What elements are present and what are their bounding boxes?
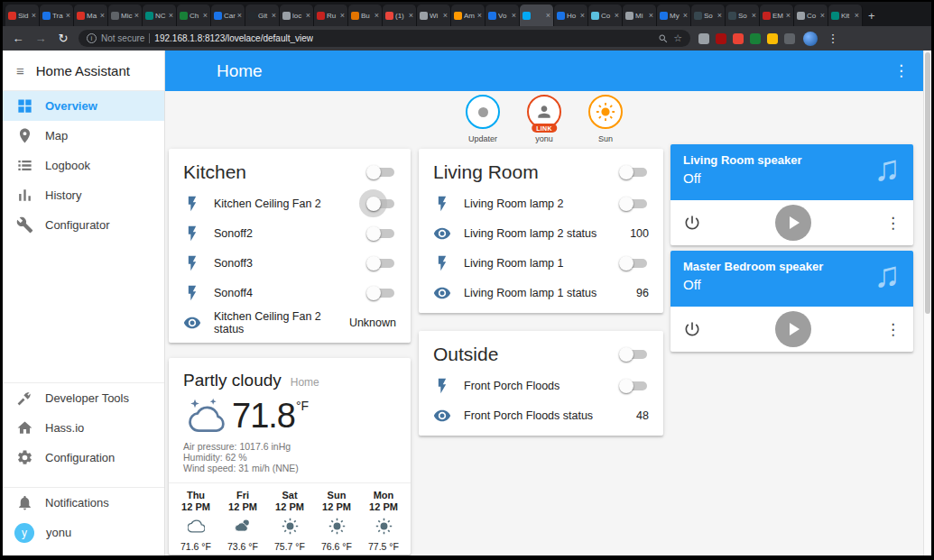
card-weather[interactable]: Partly cloudy Home 71.8 °F Air pressu — [169, 358, 411, 555]
sidebar-item-logbook[interactable]: Logbook — [3, 151, 164, 180]
group-toggle[interactable] — [366, 163, 396, 181]
browser-menu-icon[interactable]: ⋮ — [826, 32, 840, 44]
extension-icon[interactable] — [767, 33, 778, 44]
tab-close-icon[interactable] — [820, 12, 825, 20]
tab-close-icon[interactable] — [272, 12, 276, 20]
extension-icon[interactable] — [733, 33, 744, 44]
browser-tab[interactable]: NC — [143, 5, 177, 26]
tab-close-icon[interactable] — [512, 12, 516, 20]
page-scrollbar[interactable] — [923, 50, 931, 555]
tab-close-icon[interactable] — [443, 12, 448, 20]
entity-name[interactable]: Living Room lamp 1 status — [464, 287, 636, 299]
browser-tab[interactable] — [520, 5, 554, 26]
group-toggle[interactable] — [619, 345, 649, 363]
entity-toggle[interactable] — [366, 195, 396, 213]
browser-tab[interactable]: Car — [211, 5, 245, 26]
tab-close-icon[interactable] — [409, 12, 413, 20]
tab-close-icon[interactable] — [477, 12, 482, 20]
browser-tab[interactable]: Kit — [828, 5, 863, 26]
browser-tab[interactable]: Co — [588, 5, 623, 26]
sidebar-toggle-icon[interactable]: ≡ — [16, 63, 24, 78]
scrollbar-thumb[interactable] — [925, 52, 930, 314]
tab-close-icon[interactable] — [134, 12, 139, 20]
tab-close-icon[interactable] — [717, 12, 722, 20]
tab-close-icon[interactable] — [649, 12, 653, 20]
media-player-header[interactable]: Living Room speaker Off ♫ — [670, 144, 913, 200]
url-bar[interactable]: Not secure 192.168.1.8:8123/lovelace/def… — [79, 30, 690, 47]
entity-name[interactable]: Kitchen Ceiling Fan 2 — [214, 197, 366, 210]
extension-icon[interactable] — [784, 33, 795, 44]
site-info-icon[interactable] — [87, 33, 97, 43]
tab-close-icon[interactable] — [169, 12, 173, 20]
tab-close-icon[interactable] — [237, 12, 242, 20]
badge-person[interactable]: LINK yonu — [519, 95, 569, 143]
media-player-header[interactable]: Master Bedroom speaker Off ♫ — [670, 251, 913, 307]
entity-name[interactable]: Kitchen Ceiling Fan 2 status — [214, 310, 349, 335]
browser-tab[interactable]: Git — [245, 5, 280, 26]
entity-toggle[interactable] — [619, 377, 649, 395]
sidebar-item-history[interactable]: History — [3, 180, 164, 210]
tab-close-icon[interactable] — [100, 12, 105, 20]
tab-close-icon[interactable] — [546, 12, 550, 20]
browser-tab[interactable]: Tra — [40, 5, 74, 26]
browser-tab[interactable]: My — [657, 5, 691, 26]
browser-tab[interactable]: Am — [451, 5, 485, 26]
profile-avatar[interactable] — [803, 32, 818, 46]
overflow-menu-icon[interactable]: ⋮ — [893, 61, 909, 80]
entity-name[interactable]: Sonoff2 — [214, 227, 366, 240]
entity-toggle[interactable] — [619, 195, 649, 213]
browser-tab[interactable]: EM — [760, 5, 794, 26]
forward-button[interactable]: → — [33, 32, 48, 44]
sidebar-item-developer-tools[interactable]: Developer Tools — [3, 383, 164, 413]
reload-button[interactable]: ↻ — [56, 32, 70, 44]
tab-close-icon[interactable] — [580, 12, 585, 20]
media-menu-icon[interactable]: ⋮ — [885, 214, 901, 233]
sidebar-item-overview[interactable]: Overview — [3, 91, 164, 121]
sidebar-item-map[interactable]: Map — [3, 121, 164, 151]
extension-icon[interactable] — [750, 33, 761, 44]
entity-name[interactable]: Front Porch Floods — [464, 380, 619, 392]
tab-close-icon[interactable] — [32, 12, 36, 20]
tab-close-icon[interactable] — [340, 12, 345, 20]
sidebar-item-user[interactable]: y yonu — [3, 518, 164, 547]
browser-tab[interactable]: Ho — [554, 5, 588, 26]
badge-sun[interactable]: Sun — [580, 95, 631, 143]
entity-name[interactable]: Living Room lamp 1 — [464, 257, 619, 270]
entity-toggle[interactable] — [366, 225, 396, 243]
entity-name[interactable]: Front Porch Floods status — [464, 409, 636, 422]
extension-icon[interactable] — [716, 33, 726, 44]
entity-toggle[interactable] — [366, 254, 396, 272]
tab-close-icon[interactable] — [752, 12, 756, 20]
zoom-icon[interactable] — [658, 33, 669, 44]
entity-toggle[interactable] — [366, 284, 396, 302]
tab-close-icon[interactable] — [683, 12, 688, 20]
play-button[interactable] — [775, 205, 811, 241]
browser-tab[interactable]: Ch — [177, 5, 211, 26]
sidebar-item-hassio[interactable]: Hass.io — [3, 413, 164, 443]
tab-close-icon[interactable] — [306, 12, 310, 20]
entity-name[interactable]: Sonoff3 — [214, 257, 366, 270]
url-text[interactable]: 192.168.1.8:8123/lovelace/default_view — [154, 33, 313, 43]
sidebar-item-configurator[interactable]: Configurator — [3, 210, 164, 240]
sidebar-item-configuration[interactable]: Configuration — [3, 443, 164, 473]
browser-tab[interactable]: Bu — [348, 5, 383, 26]
extension-icon[interactable] — [698, 33, 709, 44]
browser-tab[interactable]: So — [691, 5, 726, 26]
browser-tab[interactable]: Mi — [623, 5, 657, 26]
tab-close-icon[interactable] — [855, 12, 859, 20]
browser-tab[interactable]: Sid — [5, 5, 40, 26]
browser-tab[interactable]: Wi — [417, 5, 451, 26]
play-button[interactable] — [775, 311, 811, 347]
tab-close-icon[interactable] — [203, 12, 208, 20]
browser-tab[interactable]: So — [726, 5, 760, 26]
browser-tab[interactable]: Co — [794, 5, 828, 26]
browser-tab[interactable]: Mic — [108, 5, 143, 26]
power-button[interactable] — [683, 214, 701, 232]
sidebar-item-notifications[interactable]: Notifications — [3, 488, 164, 518]
browser-tab[interactable]: loc — [280, 5, 314, 26]
tab-close-icon[interactable] — [66, 12, 70, 20]
browser-tab[interactable]: (1) — [383, 5, 417, 26]
media-menu-icon[interactable]: ⋮ — [885, 320, 901, 339]
badge-updater[interactable]: Updater — [458, 95, 508, 143]
entity-toggle[interactable] — [619, 254, 649, 272]
